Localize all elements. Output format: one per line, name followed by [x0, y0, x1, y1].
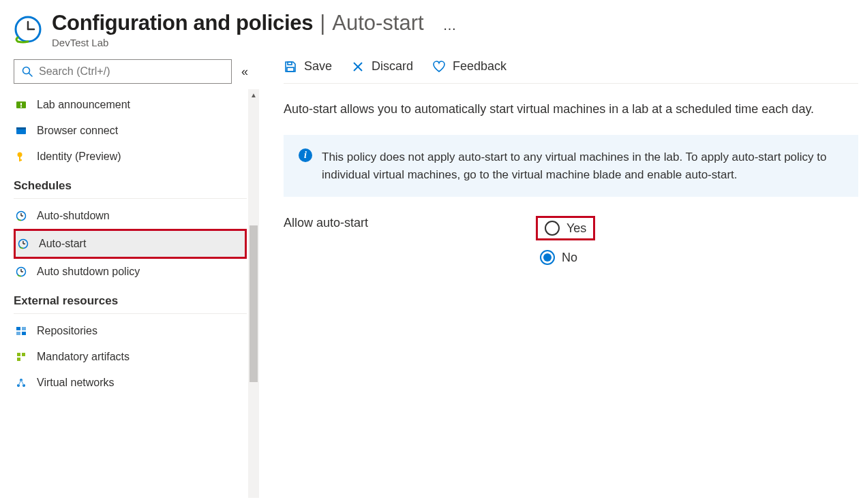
sidebar-item-auto-start[interactable]: Auto-start	[14, 229, 247, 259]
svg-rect-27	[22, 353, 25, 356]
sidebar-item-virtual-networks[interactable]: Virtual networks	[14, 370, 247, 396]
sidebar-item-lab-announcement[interactable]: Lab announcement	[14, 92, 247, 118]
svg-rect-26	[17, 353, 20, 356]
key-icon	[15, 151, 27, 163]
feedback-button[interactable]: Feedback	[432, 59, 507, 74]
repositories-icon	[15, 325, 27, 337]
sidebar-item-label: Repositories	[37, 325, 97, 337]
announcement-icon	[15, 99, 27, 111]
more-button[interactable]: …	[443, 18, 458, 33]
resource-type-label: DevTest Lab	[52, 37, 458, 48]
heart-icon	[432, 60, 446, 74]
info-banner-text: This policy does not apply auto-start to…	[322, 148, 843, 183]
browser-icon	[15, 125, 27, 137]
radio-icon	[545, 221, 560, 236]
info-icon: i	[299, 148, 312, 162]
svg-rect-23	[22, 327, 26, 330]
svg-rect-9	[16, 127, 26, 129]
sidebar-item-label: Mandatory artifacts	[37, 351, 130, 363]
search-input[interactable]	[39, 65, 224, 78]
sidebar-item-identity-preview[interactable]: Identity (Preview)	[14, 144, 247, 170]
sidebar-item-label: Virtual networks	[37, 377, 115, 389]
scroll-up-arrow-icon[interactable]: ▲	[248, 89, 259, 100]
discard-button[interactable]: Discard	[351, 59, 413, 74]
sidebar-item-browser-connect[interactable]: Browser connect	[14, 118, 247, 144]
sidebar-group-external: External resources	[14, 285, 247, 314]
artifacts-icon	[15, 351, 27, 363]
svg-line-4	[29, 74, 33, 77]
save-button[interactable]: Save	[284, 59, 332, 74]
radio-option-no[interactable]: No	[536, 249, 595, 266]
sidebar-item-auto-shutdown[interactable]: Auto-shutdown	[14, 203, 247, 229]
svg-rect-7	[20, 106, 22, 108]
sidebar-item-label: Identity (Preview)	[37, 151, 121, 163]
sidebar-item-mandatory-artifacts[interactable]: Mandatory artifacts	[14, 344, 247, 370]
sidebar-item-label: Auto shutdown policy	[37, 266, 140, 278]
scrollbar-thumb[interactable]	[250, 225, 258, 382]
allow-autostart-setting: Allow auto-start Yes No	[284, 216, 858, 266]
sidebar-item-repositories[interactable]: Repositories	[14, 318, 247, 344]
description-text: Auto-start allows you to automatically s…	[284, 100, 858, 119]
setting-label: Allow auto-start	[284, 216, 515, 230]
svg-rect-22	[16, 327, 20, 330]
page-header: Configuration and policies | Auto-start …	[0, 0, 861, 55]
search-icon	[21, 65, 33, 78]
clock-icon	[15, 210, 27, 222]
svg-rect-25	[22, 332, 26, 335]
sidebar-group-schedules: Schedules	[14, 170, 247, 199]
clock-icon	[14, 15, 42, 44]
page-subtitle: Auto-start	[332, 11, 423, 35]
sidebar-item-label: Auto-shutdown	[37, 210, 110, 222]
radio-icon	[540, 250, 555, 265]
sidebar-item-auto-shutdown-policy[interactable]: Auto shutdown policy	[14, 259, 247, 285]
radio-option-yes[interactable]: Yes	[536, 216, 595, 240]
virtual-network-icon	[15, 377, 27, 389]
sidebar-item-label: Lab announcement	[37, 99, 130, 111]
svg-rect-12	[19, 159, 22, 161]
collapse-sidebar-button[interactable]: «	[239, 62, 251, 82]
clock-icon	[15, 266, 27, 278]
main-content: Save Discard Feedback Auto-start allows …	[259, 55, 861, 498]
info-banner: i This policy does not apply auto-start …	[284, 135, 858, 197]
svg-rect-33	[287, 67, 294, 72]
sidebar: « ▲ Lab announcement Bro	[0, 55, 259, 498]
svg-rect-32	[288, 62, 292, 65]
sidebar-item-label: Browser connect	[37, 125, 118, 137]
clock-icon	[17, 238, 29, 250]
page-title: Configuration and policies	[52, 11, 313, 35]
command-bar: Save Discard Feedback	[284, 59, 858, 84]
search-input-wrapper[interactable]	[14, 59, 232, 84]
svg-rect-6	[20, 103, 22, 106]
sidebar-scrollbar[interactable]: ▲	[248, 89, 259, 498]
discard-icon	[351, 60, 365, 74]
save-icon	[284, 60, 297, 74]
svg-rect-28	[17, 358, 20, 361]
sidebar-item-label: Auto-start	[39, 238, 86, 250]
svg-rect-24	[16, 332, 20, 335]
allow-autostart-radio-group: Yes No	[536, 216, 595, 266]
